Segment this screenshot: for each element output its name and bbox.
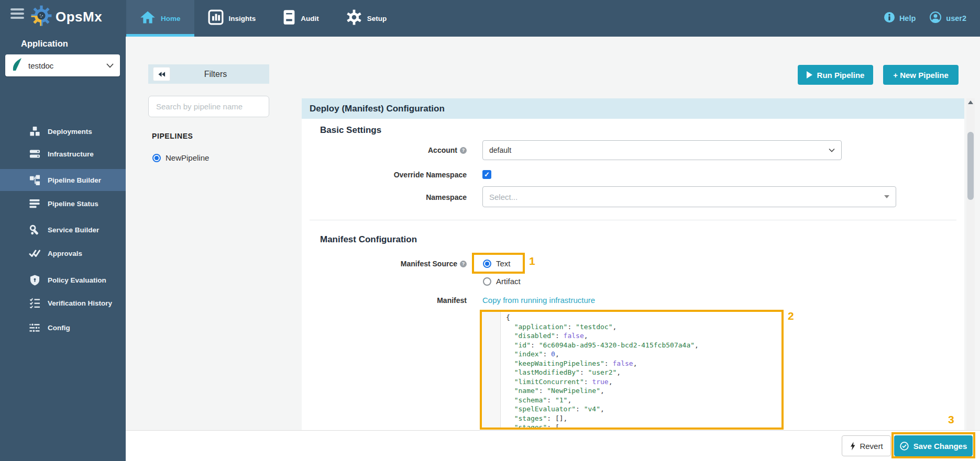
manifest-configuration-heading: Manifest Configuration bbox=[320, 234, 417, 245]
stage-config-body: Basic Settings Account default Override … bbox=[302, 119, 964, 430]
manifest-source-help-icon[interactable] bbox=[460, 261, 467, 267]
basic-settings-heading: Basic Settings bbox=[320, 125, 381, 136]
opsmx-logo-icon bbox=[30, 5, 52, 29]
policy-evaluation-icon bbox=[29, 274, 40, 286]
sidebar-item-approvals[interactable]: Approvals bbox=[0, 245, 126, 261]
application-leaf-icon bbox=[12, 58, 23, 73]
filters-bar: Filters bbox=[148, 64, 269, 84]
tab-setup-label: Setup bbox=[367, 15, 387, 23]
brand: OpsMx bbox=[30, 5, 102, 29]
sidebar-item-service-builder[interactable]: Service Builder bbox=[0, 222, 126, 238]
stage-config-title: Deploy (Manifest) Configuration bbox=[310, 104, 445, 114]
hamburger-menu-icon[interactable] bbox=[10, 8, 25, 20]
override-namespace-checkbox[interactable] bbox=[482, 170, 491, 179]
insights-icon bbox=[208, 9, 224, 27]
check-circle-icon bbox=[900, 442, 909, 451]
copy-from-running-infrastructure-link[interactable]: Copy from running infrastructure bbox=[482, 296, 595, 305]
tab-home-label: Home bbox=[161, 15, 181, 23]
tab-audit-label: Audit bbox=[301, 15, 319, 23]
help-icon bbox=[884, 12, 895, 25]
section-divider bbox=[310, 220, 956, 220]
run-pipeline-button[interactable]: Run Pipeline bbox=[798, 65, 873, 85]
application-section-label: Application bbox=[21, 39, 68, 49]
annotation-number-3: 3 bbox=[948, 413, 954, 426]
namespace-label: Namespace bbox=[310, 193, 467, 201]
manifest-source-artifact-option[interactable]: Artifact bbox=[483, 277, 521, 286]
manifest-label: Manifest bbox=[310, 296, 467, 305]
account-label: Account bbox=[310, 146, 467, 154]
scrollbar-up-arrow[interactable] bbox=[968, 100, 973, 104]
account-help-icon[interactable] bbox=[460, 147, 467, 154]
namespace-placeholder: Select... bbox=[489, 193, 884, 201]
new-pipeline-button[interactable]: + New Pipeline bbox=[883, 65, 959, 85]
user-label: user2 bbox=[946, 14, 966, 23]
sidebar-item-infrastructure[interactable]: Infrastructure bbox=[0, 146, 126, 162]
select-chevron-icon bbox=[829, 148, 835, 152]
namespace-caret-icon bbox=[884, 195, 889, 198]
user-menu[interactable]: user2 bbox=[929, 11, 966, 26]
home-icon bbox=[140, 10, 156, 26]
lightning-bolt-icon bbox=[850, 442, 856, 451]
pipeline-status-icon bbox=[29, 198, 40, 209]
stage-config-header: Deploy (Manifest) Configuration bbox=[302, 98, 964, 119]
sidebar-item-pipeline-status[interactable]: Pipeline Status bbox=[0, 196, 126, 211]
pipeline-list-item[interactable]: NewPipeline bbox=[152, 153, 209, 162]
panel-scrollbar[interactable] bbox=[966, 98, 975, 430]
chevron-down-icon bbox=[106, 61, 114, 70]
application-selector[interactable]: testdoc bbox=[5, 54, 120, 76]
approvals-icon bbox=[29, 248, 40, 259]
pipeline-radio[interactable] bbox=[152, 154, 161, 162]
config-icon bbox=[29, 322, 40, 333]
deployments-icon bbox=[29, 126, 40, 137]
manifest-code-lines: { "application": "testdoc", "disabled": … bbox=[501, 312, 781, 428]
revert-button[interactable]: Revert bbox=[842, 435, 891, 456]
collapse-filters-button[interactable] bbox=[153, 67, 170, 81]
account-select[interactable]: default bbox=[482, 140, 842, 160]
save-changes-button[interactable]: Save Changes bbox=[894, 435, 973, 456]
manifest-text-editor[interactable]: { "application": "testdoc", "disabled": … bbox=[482, 312, 781, 428]
help-label: Help bbox=[899, 14, 916, 23]
infrastructure-icon bbox=[29, 148, 40, 160]
play-icon bbox=[807, 71, 812, 78]
manifest-source-label: Manifest Source bbox=[310, 260, 467, 268]
sidebar-item-deployments[interactable]: Deployments bbox=[0, 123, 126, 139]
verification-history-icon bbox=[29, 297, 40, 309]
override-namespace-label: Override Namespace bbox=[310, 171, 467, 179]
tab-insights-label: Insights bbox=[229, 15, 256, 23]
text-radio[interactable] bbox=[483, 260, 491, 268]
brand-name: OpsMx bbox=[56, 9, 102, 25]
setup-icon bbox=[346, 9, 362, 27]
namespace-select[interactable]: Select... bbox=[482, 186, 896, 207]
editor-gutter bbox=[482, 312, 501, 428]
sidebar: Application testdoc Deployments Infrastr… bbox=[0, 37, 126, 461]
account-select-value: default bbox=[489, 146, 829, 154]
artifact-radio[interactable] bbox=[483, 277, 491, 286]
annotation-number-1: 1 bbox=[529, 255, 535, 267]
pipeline-builder-icon bbox=[29, 174, 40, 186]
annotation-number-2: 2 bbox=[788, 310, 794, 322]
application-selector-value: testdoc bbox=[28, 61, 101, 70]
sidebar-item-policy-evaluation[interactable]: Policy Evaluation bbox=[0, 272, 126, 288]
pipeline-search-input[interactable] bbox=[148, 96, 269, 117]
sidebar-item-config[interactable]: Config bbox=[0, 320, 126, 335]
sidebar-item-pipeline-builder[interactable]: Pipeline Builder bbox=[0, 169, 126, 191]
top-navbar: OpsMx Home Insights bbox=[0, 0, 980, 37]
sidebar-item-verification-history[interactable]: Verification History bbox=[0, 295, 126, 311]
audit-icon bbox=[283, 9, 295, 27]
manifest-source-text-option[interactable]: Text bbox=[483, 259, 511, 268]
tab-insights[interactable]: Insights bbox=[194, 0, 270, 37]
scrollbar-thumb[interactable] bbox=[967, 132, 974, 200]
nav-tabs: Home Insights Audit bbox=[126, 0, 400, 37]
footer-bar: Revert Save Changes bbox=[126, 430, 980, 461]
double-left-arrow-icon bbox=[158, 71, 166, 77]
service-builder-icon bbox=[29, 224, 40, 235]
user-icon bbox=[929, 11, 942, 26]
tab-setup[interactable]: Setup bbox=[333, 0, 401, 37]
pipelines-heading: PIPELINES bbox=[152, 132, 193, 140]
pipeline-name: NewPipeline bbox=[166, 153, 209, 162]
tab-audit[interactable]: Audit bbox=[269, 0, 333, 37]
tab-home[interactable]: Home bbox=[126, 0, 194, 37]
help-button[interactable]: Help bbox=[884, 12, 916, 25]
nav-right: Help user2 bbox=[884, 0, 966, 37]
